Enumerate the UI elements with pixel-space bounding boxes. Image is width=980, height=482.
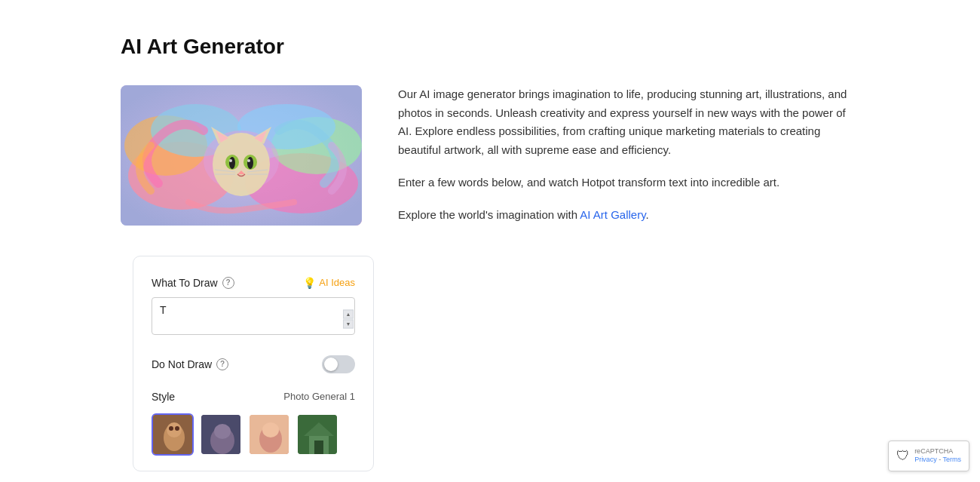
style-thumb-2[interactable] (200, 413, 242, 456)
hero-description-2: Enter a few words below, and watch Hotpo… (398, 173, 859, 192)
hero-description-3-prefix: Explore the world's imagination with (398, 208, 580, 221)
svg-point-26 (167, 422, 182, 437)
style-thumb-4[interactable] (296, 413, 338, 456)
do-not-draw-help-icon[interactable]: ? (216, 358, 228, 370)
svg-point-16 (247, 157, 253, 169)
form-panel: What To Draw ? 💡 AI Ideas T ▲ ▼ D (133, 256, 374, 471)
style-label-row: Style Photo General 1 (152, 388, 355, 405)
textarea-wrapper: T ▲ ▼ (152, 297, 355, 340)
svg-point-27 (169, 426, 173, 431)
hero-image (121, 85, 362, 226)
recaptcha-icon: 🛡 (896, 449, 910, 462)
style-value: Photo General 1 (283, 389, 355, 405)
recaptcha-privacy-link[interactable]: Privacy (914, 456, 937, 463)
svg-point-34 (262, 422, 279, 437)
hero-text: Our AI image generator brings imaginatio… (398, 85, 859, 225)
svg-point-15 (229, 157, 235, 169)
recaptcha-terms-link[interactable]: Terms (943, 456, 962, 463)
style-thumb-1[interactable] (152, 413, 194, 456)
hero-description-3: Explore the world's imagination with AI … (398, 206, 859, 225)
what-to-draw-label: What To Draw ? (152, 275, 234, 291)
do-not-draw-toggle[interactable] (322, 355, 355, 373)
what-to-draw-label-row: What To Draw ? 💡 AI Ideas (152, 275, 355, 291)
svg-point-18 (247, 159, 250, 162)
ai-ideas-button[interactable]: 💡 AI Ideas (303, 277, 355, 289)
recaptcha-logo: 🛡 (896, 449, 910, 462)
what-to-draw-input[interactable]: T (152, 297, 355, 335)
svg-point-17 (229, 159, 232, 162)
scroll-up-arrow[interactable]: ▲ (343, 309, 354, 318)
bulb-icon: 💡 (303, 277, 316, 289)
do-not-draw-section: Do Not Draw ? (152, 355, 355, 373)
style-thumb-3[interactable] (248, 413, 290, 456)
recaptcha-text: reCAPTCHA Privacy - Terms (914, 447, 961, 465)
toggle-slider (322, 355, 355, 373)
do-not-draw-label: Do Not Draw ? (152, 356, 228, 373)
svg-rect-38 (314, 441, 323, 455)
page-title: AI Art Generator (121, 30, 859, 64)
style-thumbnails (152, 413, 355, 456)
hero-description-3-suffix: . (646, 208, 649, 221)
style-label: Style (152, 388, 175, 405)
what-to-draw-help-icon[interactable]: ? (222, 277, 234, 289)
ai-art-gallery-link[interactable]: AI Art Gallery (580, 208, 645, 221)
recaptcha-badge: 🛡 reCAPTCHA Privacy - Terms (888, 441, 969, 471)
svg-point-31 (214, 424, 231, 439)
do-not-draw-row: Do Not Draw ? (152, 355, 355, 373)
svg-point-28 (175, 426, 179, 431)
hero-section: Our AI image generator brings imaginatio… (121, 85, 859, 226)
what-to-draw-section: What To Draw ? 💡 AI Ideas T ▲ ▼ (152, 275, 355, 340)
scroll-down-arrow[interactable]: ▼ (343, 319, 354, 328)
style-section: Style Photo General 1 (152, 388, 355, 455)
scrollbar-arrows: ▲ ▼ (343, 309, 354, 328)
hero-description-1: Our AI image generator brings imaginatio… (398, 85, 859, 160)
